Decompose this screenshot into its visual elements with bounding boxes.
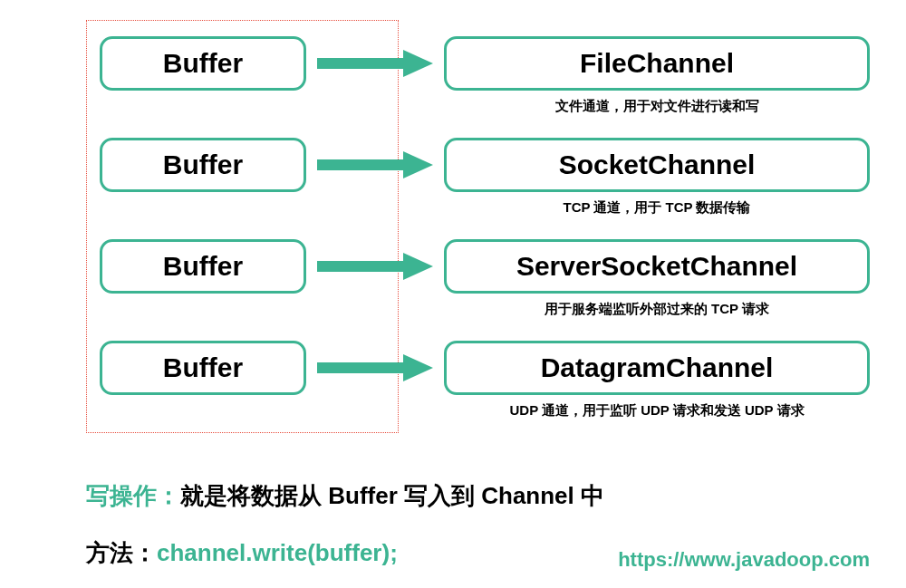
- svg-marker-0: [317, 50, 433, 77]
- svg-marker-1: [317, 151, 433, 178]
- write-operation-text: 就是将数据从 Buffer 写入到 Channel 中: [180, 482, 604, 509]
- arrow-right-icon: [317, 151, 433, 178]
- channel-box-serversocket: ServerSocketChannel: [444, 239, 870, 294]
- svg-marker-3: [317, 354, 433, 381]
- channel-desc-socket: TCP 通道，用于 TCP 数据传输: [444, 199, 870, 217]
- method-label: 方法：: [86, 539, 157, 566]
- write-operation-line: 写操作：就是将数据从 Buffer 写入到 Channel 中: [86, 480, 870, 512]
- arrow-right-icon: [317, 50, 433, 77]
- channel-desc-file: 文件通道，用于对文件进行读和写: [444, 98, 870, 115]
- channel-desc-serversocket: 用于服务端监听外部过来的 TCP 请求: [444, 301, 870, 318]
- diagram-area: Buffer FileChannel 文件通道，用于对文件进行读和写 Buffe…: [36, 18, 870, 444]
- write-operation-label: 写操作：: [86, 482, 180, 509]
- buffer-box-4: Buffer: [100, 341, 306, 395]
- buffer-box-3: Buffer: [100, 239, 306, 294]
- arrow-right-icon: [317, 253, 433, 280]
- buffer-box-1: Buffer: [100, 36, 306, 91]
- buffer-box-2: Buffer: [100, 138, 306, 192]
- method-code: channel.write(buffer);: [157, 539, 398, 566]
- arrow-right-icon: [317, 354, 433, 381]
- source-url: https://www.javadoop.com: [618, 548, 870, 572]
- channel-box-file: FileChannel: [444, 36, 870, 91]
- channel-box-socket: SocketChannel: [444, 138, 870, 192]
- channel-box-datagram: DatagramChannel: [444, 341, 870, 395]
- svg-marker-2: [317, 253, 433, 280]
- channel-desc-datagram: UDP 通道，用于监听 UDP 请求和发送 UDP 请求: [444, 402, 870, 419]
